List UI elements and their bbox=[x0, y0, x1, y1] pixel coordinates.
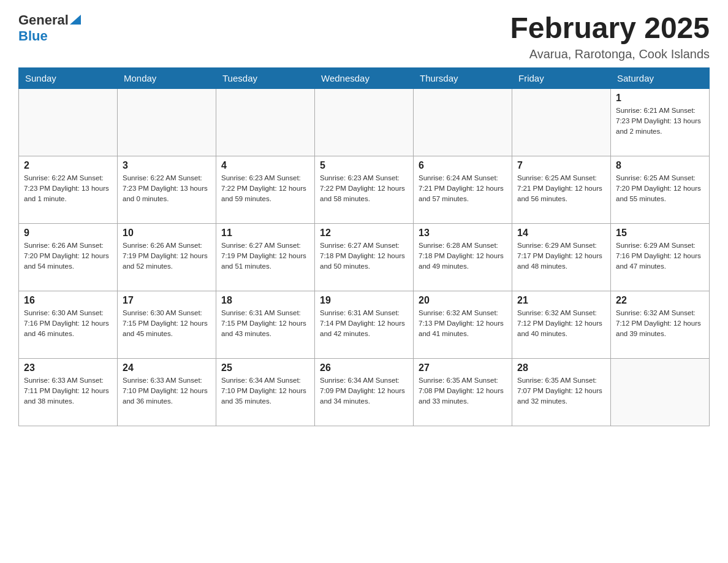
day-info: Sunrise: 6:34 AM Sunset: 7:09 PM Dayligh… bbox=[320, 375, 408, 407]
calendar-cell bbox=[512, 88, 611, 156]
calendar-cell bbox=[315, 88, 414, 156]
calendar-week-row: 2Sunrise: 6:22 AM Sunset: 7:23 PM Daylig… bbox=[19, 156, 710, 223]
calendar-week-row: 9Sunrise: 6:26 AM Sunset: 7:20 PM Daylig… bbox=[19, 223, 710, 291]
calendar-cell: 12Sunrise: 6:27 AM Sunset: 7:18 PM Dayli… bbox=[315, 223, 414, 291]
calendar-cell: 11Sunrise: 6:27 AM Sunset: 7:19 PM Dayli… bbox=[216, 223, 315, 291]
calendar-cell: 20Sunrise: 6:32 AM Sunset: 7:13 PM Dayli… bbox=[414, 291, 512, 358]
day-number: 19 bbox=[320, 295, 408, 306]
day-info: Sunrise: 6:25 AM Sunset: 7:21 PM Dayligh… bbox=[517, 173, 605, 205]
day-number: 1 bbox=[616, 93, 704, 104]
day-info: Sunrise: 6:25 AM Sunset: 7:20 PM Dayligh… bbox=[616, 173, 704, 205]
day-info: Sunrise: 6:30 AM Sunset: 7:16 PM Dayligh… bbox=[24, 308, 112, 340]
day-of-week-header: Sunday bbox=[19, 67, 118, 88]
calendar-cell: 8Sunrise: 6:25 AM Sunset: 7:20 PM Daylig… bbox=[611, 156, 710, 223]
day-number: 3 bbox=[123, 160, 211, 171]
calendar-cell: 21Sunrise: 6:32 AM Sunset: 7:12 PM Dayli… bbox=[512, 291, 611, 358]
calendar-cell: 9Sunrise: 6:26 AM Sunset: 7:20 PM Daylig… bbox=[19, 223, 118, 291]
day-number: 14 bbox=[517, 228, 605, 239]
day-number: 23 bbox=[24, 362, 112, 373]
day-info: Sunrise: 6:33 AM Sunset: 7:10 PM Dayligh… bbox=[123, 375, 211, 407]
day-number: 12 bbox=[320, 228, 408, 239]
day-number: 28 bbox=[517, 362, 605, 373]
calendar-week-row: 23Sunrise: 6:33 AM Sunset: 7:11 PM Dayli… bbox=[19, 358, 710, 426]
day-number: 10 bbox=[123, 228, 211, 239]
logo: General Blue bbox=[18, 12, 82, 44]
logo-triangle-icon bbox=[69, 12, 82, 28]
calendar-cell: 19Sunrise: 6:31 AM Sunset: 7:14 PM Dayli… bbox=[315, 291, 414, 358]
day-number: 27 bbox=[419, 362, 507, 373]
day-info: Sunrise: 6:27 AM Sunset: 7:19 PM Dayligh… bbox=[221, 240, 309, 272]
day-of-week-header: Wednesday bbox=[315, 67, 414, 88]
day-number: 7 bbox=[517, 160, 605, 171]
calendar-cell: 14Sunrise: 6:29 AM Sunset: 7:17 PM Dayli… bbox=[512, 223, 611, 291]
day-info: Sunrise: 6:34 AM Sunset: 7:10 PM Dayligh… bbox=[221, 375, 309, 407]
calendar-cell: 23Sunrise: 6:33 AM Sunset: 7:11 PM Dayli… bbox=[19, 358, 118, 426]
svg-marker-0 bbox=[70, 15, 81, 25]
day-info: Sunrise: 6:26 AM Sunset: 7:20 PM Dayligh… bbox=[24, 240, 112, 272]
calendar-cell: 28Sunrise: 6:35 AM Sunset: 7:07 PM Dayli… bbox=[512, 358, 611, 426]
calendar-cell: 22Sunrise: 6:32 AM Sunset: 7:12 PM Dayli… bbox=[611, 291, 710, 358]
calendar-cell: 25Sunrise: 6:34 AM Sunset: 7:10 PM Dayli… bbox=[216, 358, 315, 426]
day-info: Sunrise: 6:24 AM Sunset: 7:21 PM Dayligh… bbox=[419, 173, 507, 205]
page-header: General Blue February 2025 Avarua, Rarot… bbox=[18, 12, 710, 61]
calendar-header-row: SundayMondayTuesdayWednesdayThursdayFrid… bbox=[19, 67, 710, 88]
day-of-week-header: Saturday bbox=[611, 67, 710, 88]
day-info: Sunrise: 6:29 AM Sunset: 7:16 PM Dayligh… bbox=[616, 240, 704, 272]
day-info: Sunrise: 6:32 AM Sunset: 7:13 PM Dayligh… bbox=[419, 308, 507, 340]
day-info: Sunrise: 6:22 AM Sunset: 7:23 PM Dayligh… bbox=[24, 173, 112, 205]
day-number: 5 bbox=[320, 160, 408, 171]
calendar-cell: 6Sunrise: 6:24 AM Sunset: 7:21 PM Daylig… bbox=[414, 156, 512, 223]
calendar-cell: 27Sunrise: 6:35 AM Sunset: 7:08 PM Dayli… bbox=[414, 358, 512, 426]
calendar-cell bbox=[414, 88, 512, 156]
day-info: Sunrise: 6:32 AM Sunset: 7:12 PM Dayligh… bbox=[616, 308, 704, 340]
day-number: 20 bbox=[419, 295, 507, 306]
calendar-cell: 16Sunrise: 6:30 AM Sunset: 7:16 PM Dayli… bbox=[19, 291, 118, 358]
day-info: Sunrise: 6:23 AM Sunset: 7:22 PM Dayligh… bbox=[221, 173, 309, 205]
day-info: Sunrise: 6:35 AM Sunset: 7:08 PM Dayligh… bbox=[419, 375, 507, 407]
day-info: Sunrise: 6:31 AM Sunset: 7:14 PM Dayligh… bbox=[320, 308, 408, 340]
day-number: 2 bbox=[24, 160, 112, 171]
day-number: 24 bbox=[123, 362, 211, 373]
day-info: Sunrise: 6:35 AM Sunset: 7:07 PM Dayligh… bbox=[517, 375, 605, 407]
calendar-cell: 24Sunrise: 6:33 AM Sunset: 7:10 PM Dayli… bbox=[118, 358, 216, 426]
calendar-cell: 2Sunrise: 6:22 AM Sunset: 7:23 PM Daylig… bbox=[19, 156, 118, 223]
day-info: Sunrise: 6:29 AM Sunset: 7:17 PM Dayligh… bbox=[517, 240, 605, 272]
calendar-cell: 7Sunrise: 6:25 AM Sunset: 7:21 PM Daylig… bbox=[512, 156, 611, 223]
day-info: Sunrise: 6:23 AM Sunset: 7:22 PM Dayligh… bbox=[320, 173, 408, 205]
day-info: Sunrise: 6:30 AM Sunset: 7:15 PM Dayligh… bbox=[123, 308, 211, 340]
calendar-table: SundayMondayTuesdayWednesdayThursdayFrid… bbox=[18, 67, 710, 426]
day-of-week-header: Friday bbox=[512, 67, 611, 88]
calendar-week-row: 1Sunrise: 6:21 AM Sunset: 7:23 PM Daylig… bbox=[19, 88, 710, 156]
day-number: 17 bbox=[123, 295, 211, 306]
day-info: Sunrise: 6:21 AM Sunset: 7:23 PM Dayligh… bbox=[616, 105, 704, 137]
day-info: Sunrise: 6:33 AM Sunset: 7:11 PM Dayligh… bbox=[24, 375, 112, 407]
day-info: Sunrise: 6:26 AM Sunset: 7:19 PM Dayligh… bbox=[123, 240, 211, 272]
day-number: 22 bbox=[616, 295, 704, 306]
day-info: Sunrise: 6:31 AM Sunset: 7:15 PM Dayligh… bbox=[221, 308, 309, 340]
day-number: 4 bbox=[221, 160, 309, 171]
day-number: 6 bbox=[419, 160, 507, 171]
day-number: 8 bbox=[616, 160, 704, 171]
day-number: 9 bbox=[24, 228, 112, 239]
day-of-week-header: Monday bbox=[118, 67, 216, 88]
calendar-cell bbox=[216, 88, 315, 156]
day-info: Sunrise: 6:27 AM Sunset: 7:18 PM Dayligh… bbox=[320, 240, 408, 272]
day-number: 26 bbox=[320, 362, 408, 373]
calendar-cell: 13Sunrise: 6:28 AM Sunset: 7:18 PM Dayli… bbox=[414, 223, 512, 291]
day-number: 25 bbox=[221, 362, 309, 373]
day-number: 11 bbox=[221, 228, 309, 239]
calendar-week-row: 16Sunrise: 6:30 AM Sunset: 7:16 PM Dayli… bbox=[19, 291, 710, 358]
logo-general-text: General bbox=[18, 12, 69, 28]
calendar-cell: 5Sunrise: 6:23 AM Sunset: 7:22 PM Daylig… bbox=[315, 156, 414, 223]
calendar-cell: 15Sunrise: 6:29 AM Sunset: 7:16 PM Dayli… bbox=[611, 223, 710, 291]
day-number: 15 bbox=[616, 228, 704, 239]
title-block: February 2025 Avarua, Rarotonga, Cook Is… bbox=[510, 12, 710, 61]
logo-blue-text: Blue bbox=[18, 28, 48, 44]
calendar-cell: 17Sunrise: 6:30 AM Sunset: 7:15 PM Dayli… bbox=[118, 291, 216, 358]
day-number: 18 bbox=[221, 295, 309, 306]
calendar-cell: 18Sunrise: 6:31 AM Sunset: 7:15 PM Dayli… bbox=[216, 291, 315, 358]
day-info: Sunrise: 6:22 AM Sunset: 7:23 PM Dayligh… bbox=[123, 173, 211, 205]
calendar-cell: 1Sunrise: 6:21 AM Sunset: 7:23 PM Daylig… bbox=[611, 88, 710, 156]
day-info: Sunrise: 6:28 AM Sunset: 7:18 PM Dayligh… bbox=[419, 240, 507, 272]
calendar-cell bbox=[19, 88, 118, 156]
